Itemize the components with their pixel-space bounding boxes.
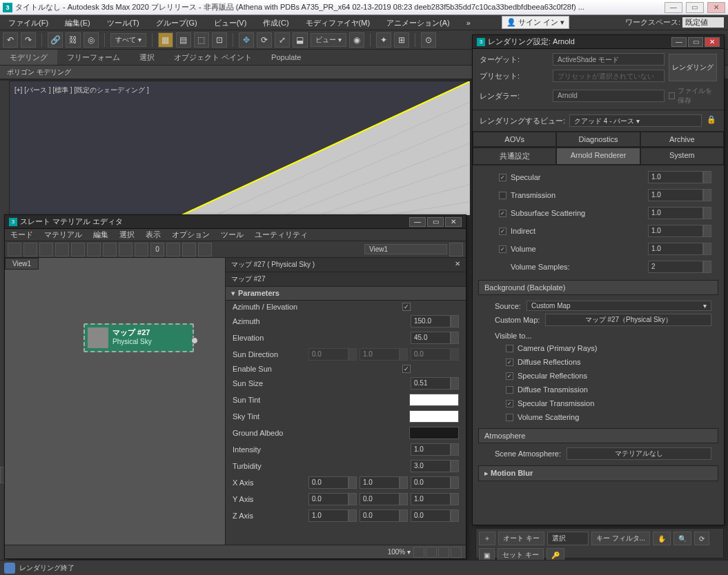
- render-maximize-icon[interactable]: ▭: [688, 37, 703, 47]
- menu-views[interactable]: ビュー(V): [206, 15, 255, 30]
- section-atmosphere[interactable]: Atmosphere: [478, 428, 718, 443]
- slate-menu-material[interactable]: マテリアル: [39, 230, 88, 240]
- slate-tb-grid1-icon[interactable]: [119, 243, 132, 256]
- render-tab-diagnostics[interactable]: Diagnostics: [556, 132, 640, 147]
- nav-zoom-icon[interactable]: 🔍: [673, 532, 691, 545]
- keyfilter-button[interactable]: キー フィルタ...: [591, 532, 650, 545]
- bg-volscatter-checkbox[interactable]: [506, 414, 513, 421]
- slate-titlebar[interactable]: 3 スレート マテリアル エディタ — ▭ ✕: [5, 215, 466, 229]
- nav-orbit-icon[interactable]: ⟳: [694, 532, 709, 545]
- ray-volume-checkbox[interactable]: [499, 245, 506, 253]
- window-close-icon[interactable]: ✕: [707, 2, 725, 13]
- param-yaxis-3-spinner[interactable]: 1.0: [411, 493, 459, 505]
- render-button[interactable]: レンダリング: [669, 54, 717, 81]
- bg-custommap-button[interactable]: マップ #27（Physical Sky）: [545, 314, 711, 326]
- slate-tb-assign-icon[interactable]: [39, 243, 53, 256]
- param-yaxis-2-spinner[interactable]: 0.0: [360, 493, 408, 505]
- bind-icon[interactable]: ◎: [83, 32, 99, 48]
- slate-tb-sample-icon[interactable]: [166, 243, 180, 256]
- ray-specular-spinner[interactable]: 1.0: [648, 171, 711, 183]
- timeline-plus-icon[interactable]: ＋: [479, 532, 495, 545]
- ray-volsamples-spinner[interactable]: 2: [648, 261, 711, 273]
- render-body[interactable]: Specular1.0 Transmission1.0 Subsurface S…: [473, 165, 724, 496]
- selection-mode-dropdown[interactable]: 選択: [547, 532, 589, 545]
- nav-pan-icon[interactable]: ✋: [653, 532, 671, 545]
- render-tab-archive[interactable]: Archive: [640, 132, 724, 147]
- bg-camera-checkbox[interactable]: [506, 345, 513, 352]
- ribbon-tab-freeform[interactable]: フリーフォーム: [57, 50, 130, 65]
- slate-menu-options[interactable]: オプション: [166, 230, 215, 240]
- manip-icon[interactable]: ✦: [376, 32, 391, 48]
- param-sundir-x-spinner[interactable]: 0.0: [308, 348, 357, 361]
- bg-source-dropdown[interactable]: Custom Map▾: [527, 301, 711, 311]
- param-zaxis-3-spinner[interactable]: 0.0: [411, 510, 459, 522]
- param-intensity-spinner[interactable]: 1.0: [411, 443, 459, 456]
- ray-volume-spinner[interactable]: 1.0: [648, 243, 711, 255]
- ribbon-tab-modeling[interactable]: モデリング: [0, 50, 57, 65]
- slate-param-x-icon[interactable]: ✕: [455, 260, 460, 270]
- slate-tb-pick-icon[interactable]: [23, 243, 37, 256]
- param-xaxis-1-spinner[interactable]: 0.0: [308, 476, 357, 489]
- slate-section-parameters[interactable]: ▾Parameters: [226, 287, 466, 301]
- slate-nav3-icon[interactable]: [438, 547, 449, 558]
- ribbon-polygon-modeling[interactable]: ポリゴン モデリング: [0, 68, 78, 77]
- render-tab-aovs[interactable]: AOVs: [473, 132, 556, 147]
- param-enablesun-checkbox[interactable]: [402, 365, 411, 373]
- render-close-icon[interactable]: ✕: [705, 37, 720, 47]
- slate-tb-delete-icon[interactable]: [71, 243, 85, 256]
- render-preset-dropdown[interactable]: プリセットが選択されていない: [553, 70, 665, 82]
- bg-diffrefl-checkbox[interactable]: [506, 359, 513, 366]
- slate-menu-view[interactable]: 表示: [140, 230, 166, 240]
- param-groundalbedo-color[interactable]: [409, 427, 459, 439]
- slate-tb-zero-icon[interactable]: 0: [150, 243, 164, 256]
- workspace-selector[interactable]: ワークスペース: 既定値: [625, 17, 724, 28]
- param-xaxis-3-spinner[interactable]: 0.0: [411, 476, 459, 489]
- ray-indirect-spinner[interactable]: 1.0: [648, 225, 711, 237]
- slate-nav-icon[interactable]: [413, 547, 424, 558]
- slate-maximize-icon[interactable]: ▭: [427, 217, 444, 227]
- section-background[interactable]: Background (Backplate): [478, 280, 718, 295]
- param-sunsize-spinner[interactable]: 0.51: [411, 377, 459, 390]
- render-savefile-checkbox[interactable]: ファイルを保存: [669, 86, 717, 105]
- param-sundir-y-spinner[interactable]: 1.0: [360, 348, 408, 361]
- select-icon[interactable]: ▦: [158, 32, 173, 48]
- bg-specrefl-checkbox[interactable]: [506, 372, 513, 380]
- status-script-icon[interactable]: [4, 563, 15, 574]
- render-view-dropdown[interactable]: クアッド 4 - パース ▾: [569, 114, 702, 127]
- param-zaxis-1-spinner[interactable]: 1.0: [308, 510, 357, 522]
- slate-menu-utilities[interactable]: ユーティリティ: [249, 230, 313, 240]
- slate-tb-arrow-icon[interactable]: [8, 243, 21, 256]
- menu-tools[interactable]: ツール(T): [99, 15, 148, 30]
- menu-edit[interactable]: 編集(E): [57, 15, 99, 30]
- param-yaxis-1-spinner[interactable]: 0.0: [308, 493, 357, 505]
- menu-create[interactable]: 作成(C): [255, 15, 297, 30]
- ray-transmission-checkbox[interactable]: [499, 192, 506, 199]
- slate-close-icon[interactable]: ✕: [445, 217, 462, 227]
- slate-nav4-icon[interactable]: [451, 547, 462, 558]
- menu-group[interactable]: グループ(G): [148, 15, 206, 30]
- keymode-icon[interactable]: ⊞: [394, 32, 409, 48]
- section-motionblur[interactable]: ▸ Motion Blur: [478, 465, 718, 481]
- slate-node[interactable]: マップ #27 Physical Sky: [83, 323, 194, 352]
- slate-menu-edit[interactable]: 編集: [88, 230, 114, 240]
- scale-icon[interactable]: ⤢: [275, 32, 290, 48]
- slate-node-view[interactable]: View1 マップ #27 Physical Sky: [5, 258, 226, 545]
- slate-minimize-icon[interactable]: —: [409, 217, 426, 227]
- snap-icon[interactable]: ⊙: [421, 32, 436, 48]
- slate-view-dropdown[interactable]: View1: [364, 244, 447, 254]
- select-name-icon[interactable]: ▤: [176, 32, 191, 48]
- ray-indirect-checkbox[interactable]: [499, 228, 506, 235]
- slate-tb-grid2-icon[interactable]: [135, 243, 148, 256]
- ref-coord-dropdown[interactable]: ビュー ▾: [311, 33, 346, 47]
- param-sundir-z-spinner[interactable]: 0.0: [411, 348, 459, 361]
- menu-more-icon[interactable]: »: [458, 15, 479, 30]
- slate-tb-layout-icon[interactable]: [103, 243, 117, 256]
- slate-view-tab[interactable]: View1: [5, 258, 39, 270]
- ray-transmission-spinner[interactable]: 1.0: [648, 189, 711, 201]
- slate-node-output-port[interactable]: [191, 337, 198, 344]
- render-titlebar[interactable]: 3 レンダリング設定: Arnold — ▭ ✕: [473, 35, 724, 49]
- param-elevation-spinner[interactable]: 45.0: [411, 332, 459, 344]
- unlink-icon[interactable]: ⛓: [66, 32, 81, 48]
- bg-difftrans-checkbox[interactable]: [506, 386, 513, 394]
- render-target-dropdown[interactable]: ActiveShade モード: [553, 53, 665, 65]
